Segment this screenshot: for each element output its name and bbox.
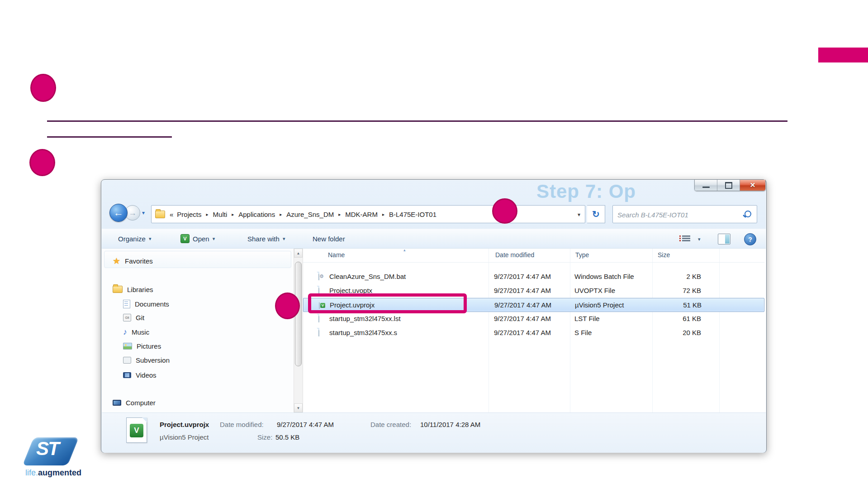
history-dropdown-icon[interactable]: ▾: [142, 210, 145, 216]
breadcrumb-separator-icon[interactable]: ▸: [335, 212, 344, 217]
breadcrumb-item-multi[interactable]: Multi: [212, 211, 228, 218]
slide: Step 7: Op ✕ ← → ▾ « Projects ▸ Multi ▸ …: [0, 0, 868, 489]
background-slide-title: Step 7: Op: [536, 181, 636, 202]
column-headers: ▴ Name Date modified Type Size: [303, 249, 764, 263]
uvision-app-icon: V: [180, 234, 190, 243]
breadcrumb-item-mdk-arm[interactable]: MDK-ARM: [344, 211, 379, 218]
videos-label: Videos: [136, 371, 157, 379]
new-folder-button[interactable]: New folder: [310, 229, 348, 248]
accent-bar: [818, 48, 868, 62]
chevron-down-icon: ▾: [149, 236, 152, 242]
close-button[interactable]: ✕: [740, 180, 765, 191]
file-type: UVOPTX File: [574, 287, 615, 294]
minimize-icon: [702, 187, 710, 188]
file-size: 72 KB: [638, 287, 701, 294]
title-bar[interactable]: Step 7: Op: [101, 180, 766, 204]
music-label: Music: [132, 328, 149, 336]
navigation-bar: ← → ▾ « Projects ▸ Multi ▸ Applications …: [101, 202, 766, 227]
open-button[interactable]: V Open ▾: [178, 229, 218, 248]
back-button[interactable]: ←: [109, 204, 128, 222]
git-label: Git: [136, 314, 144, 321]
column-header-size[interactable]: Size: [658, 251, 670, 259]
sidebar-item-subversion[interactable]: Subversion: [123, 354, 170, 366]
vertical-scrollbar[interactable]: ▲ ▼: [294, 249, 303, 412]
organize-label: Organize: [118, 235, 146, 243]
refresh-button[interactable]: ↻: [587, 205, 605, 223]
details-date-modified-label: Date modified:: [220, 421, 264, 428]
subversion-label: Subversion: [136, 356, 170, 364]
sidebar-item-videos[interactable]: Videos: [123, 369, 157, 381]
navigation-pane: ★ Favorites Libraries Documents Git Git …: [102, 249, 294, 412]
breadcrumb-overflow-chevron[interactable]: «: [168, 211, 176, 218]
sidebar-item-libraries[interactable]: Libraries: [113, 283, 153, 295]
breadcrumb-separator-icon[interactable]: ▸: [228, 212, 237, 217]
file-size: 51 KB: [638, 301, 702, 309]
st-logo: ST life.augmented: [23, 434, 104, 479]
file-name: CleanAzure_Sns_DM.bat: [329, 273, 406, 280]
maximize-button[interactable]: [717, 180, 740, 191]
views-dropdown-icon[interactable]: ▾: [698, 236, 701, 242]
documents-icon: [123, 300, 130, 308]
organize-button[interactable]: Organize ▾: [115, 229, 154, 248]
search-icon[interactable]: [745, 211, 751, 217]
gears-icon: ⚙: [319, 273, 324, 279]
details-size-label: Size:: [257, 433, 272, 441]
st-tagline-augmented: augmented: [38, 468, 81, 477]
file-size: 61 KB: [638, 315, 701, 322]
file-row-startup-s[interactable]: startup_stm32l475xx.s 9/27/2017 4:47 AM …: [303, 326, 764, 340]
address-dropdown-icon[interactable]: ▾: [578, 211, 580, 218]
minimize-button[interactable]: [695, 180, 717, 191]
breadcrumb-separator-icon[interactable]: ▸: [203, 212, 212, 217]
maximize-icon: [725, 182, 732, 189]
breadcrumb-item-b-l475e-iot01[interactable]: B-L475E-IOT01: [388, 211, 437, 218]
st-logo-text: ST: [36, 438, 59, 460]
column-header-type[interactable]: Type: [575, 251, 589, 259]
file-date: 9/27/2017 4:47 AM: [494, 301, 551, 309]
help-button[interactable]: ?: [744, 233, 756, 245]
breadcrumb-item-azure-sns-dm[interactable]: Azure_Sns_DM: [285, 211, 335, 218]
scroll-down-button[interactable]: ▼: [294, 403, 303, 412]
breadcrumb-item-projects[interactable]: Projects: [176, 211, 202, 218]
git-icon: Git: [123, 314, 131, 321]
file-row-startup-lst[interactable]: startup_stm32l475xx.lst 9/27/2017 4:47 A…: [303, 312, 764, 326]
st-tagline-life: life.: [25, 468, 38, 477]
sidebar-item-music[interactable]: ♪ Music: [123, 326, 149, 338]
breadcrumb-item-applications[interactable]: Applications: [237, 211, 276, 218]
file-date: 9/27/2017 4:47 AM: [494, 315, 551, 322]
change-view-button[interactable]: [679, 235, 690, 244]
sidebar-item-pictures[interactable]: Pictures: [123, 340, 161, 352]
file-row-cleanazure-bat[interactable]: ⚙ CleanAzure_Sns_DM.bat 9/27/2017 4:47 A…: [303, 270, 764, 284]
breadcrumb-separator-icon[interactable]: ▸: [379, 212, 388, 217]
scroll-up-icon: ▲: [297, 251, 300, 255]
preview-pane-button[interactable]: [718, 234, 730, 244]
sidebar-item-computer[interactable]: Computer: [113, 397, 156, 408]
uvision-logo-icon: V: [130, 424, 143, 437]
search-input[interactable]: [617, 207, 740, 222]
documents-label: Documents: [135, 300, 169, 308]
file-type: Windows Batch File: [574, 273, 634, 280]
help-icon: ?: [748, 236, 752, 243]
column-header-name[interactable]: Name: [328, 251, 345, 259]
file-name: startup_stm32l475xx.lst: [329, 315, 401, 322]
folder-icon: [155, 211, 165, 218]
breadcrumb: « Projects ▸ Multi ▸ Applications ▸ Azur…: [168, 211, 437, 218]
favorites-label: Favorites: [125, 257, 153, 265]
details-file-type: µVision5 Project: [160, 433, 209, 441]
address-bar[interactable]: « Projects ▸ Multi ▸ Applications ▸ Azur…: [151, 205, 585, 223]
sidebar-item-documents[interactable]: Documents: [123, 298, 169, 310]
sort-ascending-icon: ▴: [403, 248, 406, 252]
share-with-button[interactable]: Share with ▾: [245, 229, 288, 248]
breadcrumb-separator-icon[interactable]: ▸: [276, 212, 285, 217]
explorer-window: Step 7: Op ✕ ← → ▾ « Projects ▸ Multi ▸ …: [101, 179, 767, 453]
back-icon: ←: [114, 207, 123, 219]
sidebar-item-favorites[interactable]: ★ Favorites: [113, 255, 153, 267]
uvision-file-large-icon: V: [126, 417, 147, 443]
scroll-up-button[interactable]: ▲: [294, 249, 303, 258]
refresh-icon: ↻: [592, 209, 600, 220]
details-date-created-value: 10/11/2017 4:28 AM: [420, 421, 480, 428]
file-list: ▴ Name Date modified Type Size ⚙ CleanAz…: [303, 249, 764, 412]
command-toolbar: Organize ▾ V Open ▾ Share with ▾ New fol…: [102, 229, 766, 249]
sidebar-item-git[interactable]: Git Git: [123, 312, 144, 323]
star-icon: ★: [113, 256, 120, 266]
column-header-date-modified[interactable]: Date modified: [495, 251, 534, 259]
